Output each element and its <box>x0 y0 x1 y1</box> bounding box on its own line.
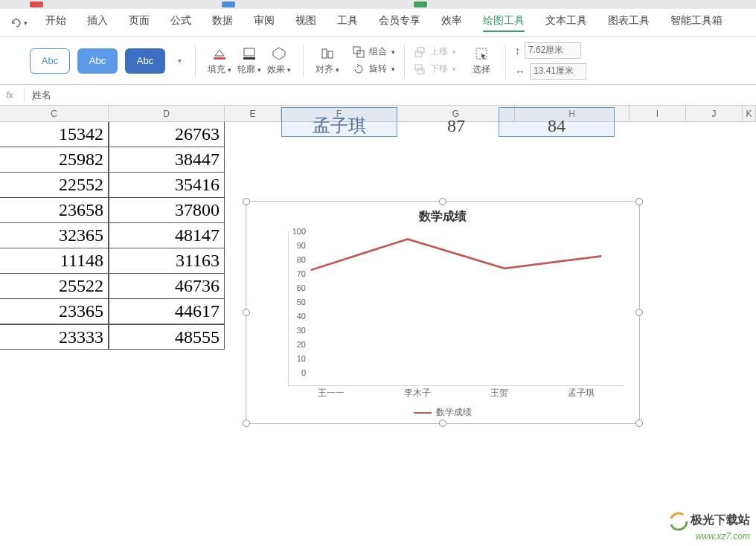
table-cell[interactable]: 25522 <box>0 274 109 299</box>
move-up-tool[interactable]: 上移▾ <box>414 45 456 58</box>
width-icon: ↔ <box>515 65 525 77</box>
effect-tool[interactable]: 效果 ▾ <box>264 45 294 76</box>
menu-插入[interactable]: 插入 <box>87 14 108 32</box>
chart-plot-area[interactable]: 0102030405060708090100 王一一李木子王贺孟子琪 <box>288 231 624 386</box>
select-icon <box>475 45 488 62</box>
table-cell[interactable]: 23658 <box>0 198 109 223</box>
col-header-E[interactable]: E <box>225 106 281 121</box>
fx-label: fx <box>6 89 24 100</box>
resize-handle-ml[interactable] <box>243 309 250 316</box>
resize-handle-mr[interactable] <box>635 309 643 316</box>
resize-handle-tl[interactable] <box>243 198 250 205</box>
table-cell[interactable]: 15342 <box>0 122 109 147</box>
table-cell[interactable]: 23333 <box>0 324 109 350</box>
table-cell[interactable]: 35416 <box>109 173 225 198</box>
menu-数据[interactable]: 数据 <box>212 14 233 32</box>
group-tool[interactable]: 组合▾ <box>353 45 395 58</box>
spreadsheet-grid[interactable]: CDEFGHIJK 153422676325982384472255235416… <box>0 106 756 546</box>
fx-value[interactable]: 姓名 <box>24 89 51 102</box>
table-cell[interactable]: 25982 <box>0 147 109 173</box>
chart-title[interactable]: 数学成绩 <box>246 209 639 225</box>
x-tick-label: 王贺 <box>490 387 508 399</box>
chevron-down-icon: ▾ <box>24 19 28 27</box>
chart-object[interactable]: 数学成绩 0102030405060708090100 王一一李木子王贺孟子琪 … <box>246 201 640 424</box>
col-header-D[interactable]: D <box>109 106 225 121</box>
menu-效率[interactable]: 效率 <box>441 14 462 32</box>
svg-rect-1 <box>244 48 254 56</box>
ribbon-toolbar: Abc Abc Abc ▾ 填充 ▾ 轮廓 ▾ 效果 ▾ 对齐 ▾ 组合▾ 旋转… <box>0 37 756 85</box>
fill-tool[interactable]: 填充 ▾ <box>205 45 234 76</box>
col-header-C[interactable]: C <box>0 106 109 121</box>
selected-cell-g[interactable]: 87 <box>397 115 515 137</box>
shape-style-more[interactable]: ▾ <box>173 57 186 65</box>
align-icon <box>321 45 334 62</box>
outline-icon <box>242 45 257 62</box>
svg-rect-10 <box>415 65 422 70</box>
watermark: 极光下载站 www.xz7.com <box>669 512 750 542</box>
window-tabstrip <box>0 0 756 9</box>
menu-绘图工具[interactable]: 绘图工具 <box>483 14 525 32</box>
selected-cell-h[interactable]: 84 <box>499 115 615 137</box>
resize-handle-bm[interactable] <box>439 420 446 427</box>
col-header-I[interactable]: I <box>630 106 686 121</box>
resize-handle-tr[interactable] <box>635 198 643 205</box>
height-icon: ↕ <box>515 45 520 57</box>
selected-cell-f[interactable]: 孟子琪 <box>281 115 397 137</box>
menu-会员专享[interactable]: 会员专享 <box>379 14 420 32</box>
table-cell[interactable]: 48147 <box>109 223 225 248</box>
svg-rect-2 <box>243 57 255 60</box>
table-cell[interactable]: 23365 <box>0 299 109 324</box>
table-cell[interactable]: 48555 <box>109 324 225 350</box>
align-tool[interactable]: 对齐 ▾ <box>313 45 342 76</box>
rotate-tool[interactable]: 旋转▾ <box>353 62 395 75</box>
tab-1[interactable] <box>30 1 43 7</box>
menu-审阅[interactable]: 审阅 <box>254 14 275 32</box>
height-input[interactable] <box>525 42 581 59</box>
table-cell[interactable]: 44617 <box>109 299 225 324</box>
resize-handle-bl[interactable] <box>243 420 250 427</box>
resize-handle-tm[interactable] <box>439 198 446 205</box>
table-cell[interactable]: 32365 <box>0 223 109 248</box>
menu-智能工具箱[interactable]: 智能工具箱 <box>670 14 723 32</box>
x-tick-label: 李木子 <box>404 387 431 399</box>
svg-point-15 <box>669 512 688 531</box>
menu-开始[interactable]: 开始 <box>45 14 66 32</box>
width-input[interactable] <box>530 63 586 80</box>
effect-icon <box>272 45 286 62</box>
shape-style-3[interactable]: Abc <box>125 48 165 74</box>
svg-rect-4 <box>328 51 333 58</box>
tab-2[interactable] <box>222 1 235 7</box>
fill-icon <box>212 45 227 62</box>
legend-line-icon <box>414 412 432 414</box>
table-cell[interactable]: 37800 <box>109 198 225 223</box>
shape-style-1[interactable]: Abc <box>30 48 70 74</box>
table-cell[interactable]: 11148 <box>0 248 109 274</box>
menu-页面[interactable]: 页面 <box>129 14 150 32</box>
table-cell[interactable]: 22552 <box>0 173 109 198</box>
table-cell[interactable]: 31163 <box>109 248 225 274</box>
dimensions: ↕ ↔ <box>515 42 586 80</box>
tab-3[interactable] <box>414 1 427 7</box>
menu-公式[interactable]: 公式 <box>170 14 191 32</box>
menu-图表工具[interactable]: 图表工具 <box>608 14 650 32</box>
x-tick-label: 孟子琪 <box>568 387 595 399</box>
col-header-K[interactable]: K <box>743 106 756 121</box>
shape-styles: Abc Abc Abc ▾ <box>30 48 186 74</box>
menu-视图[interactable]: 视图 <box>295 14 316 32</box>
svg-rect-8 <box>417 48 424 53</box>
shape-style-2[interactable]: Abc <box>77 48 118 74</box>
outline-tool[interactable]: 轮廓 ▾ <box>234 45 264 76</box>
move-down-tool[interactable]: 下移▾ <box>414 62 456 75</box>
resize-handle-br[interactable] <box>635 420 643 427</box>
svg-rect-0 <box>214 57 225 60</box>
table-cell[interactable]: 38447 <box>109 147 225 173</box>
chart-legend[interactable]: 数学成绩 <box>246 406 639 419</box>
svg-rect-9 <box>417 68 424 74</box>
menu-文本工具[interactable]: 文本工具 <box>545 14 587 32</box>
table-cell[interactable]: 46736 <box>109 274 225 299</box>
menu-工具[interactable]: 工具 <box>337 14 358 32</box>
col-header-J[interactable]: J <box>686 106 743 121</box>
table-cell[interactable]: 26763 <box>109 122 225 147</box>
undo-dropdown[interactable]: ▾ <box>6 17 32 29</box>
select-tool[interactable]: 选择 <box>467 45 496 76</box>
